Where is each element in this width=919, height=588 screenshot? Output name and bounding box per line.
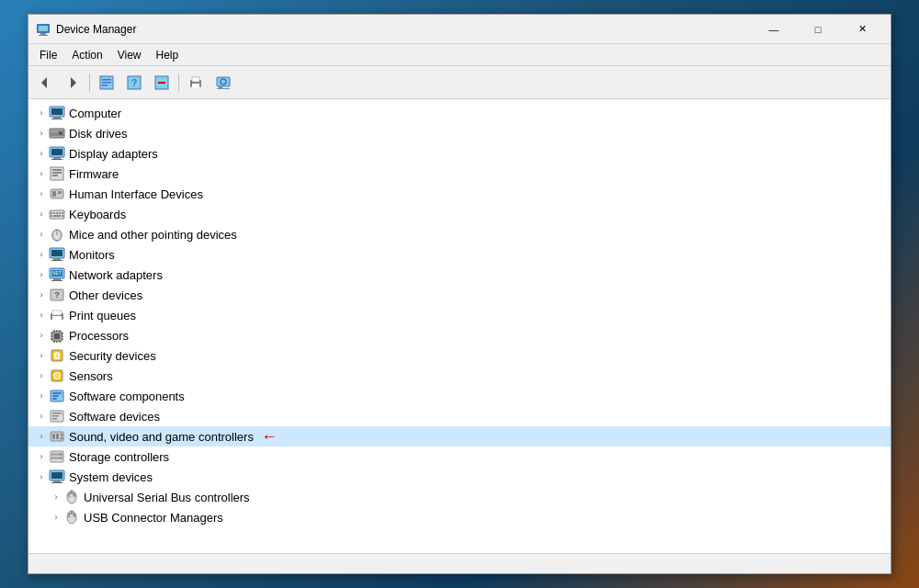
svg-rect-23 xyxy=(51,108,62,115)
list-item[interactable]: › Sound, video and game controllers ← xyxy=(28,426,891,447)
svg-marker-4 xyxy=(41,77,47,88)
list-item[interactable]: › Keyboards xyxy=(28,204,891,224)
list-item[interactable]: › Storage controllers xyxy=(28,447,891,467)
svg-point-28 xyxy=(59,131,62,135)
svg-rect-20 xyxy=(217,88,230,89)
expand-arrow[interactable]: › xyxy=(49,490,63,504)
scan-button[interactable] xyxy=(210,71,236,95)
expand-arrow[interactable]: › xyxy=(34,368,49,383)
svg-rect-8 xyxy=(102,82,111,84)
expand-arrow[interactable]: › xyxy=(34,267,49,282)
device-tree[interactable]: › Computer › xyxy=(28,99,891,553)
expand-arrow[interactable]: › xyxy=(34,429,49,444)
close-button[interactable]: ✕ xyxy=(841,16,883,43)
svg-rect-54 xyxy=(51,250,62,256)
expand-arrow[interactable]: › xyxy=(34,328,49,343)
uninstall-button[interactable] xyxy=(149,71,175,95)
list-item[interactable]: › Sensors xyxy=(28,366,891,386)
item-label: Storage controllers xyxy=(69,450,169,464)
maximize-button[interactable]: □ xyxy=(797,16,839,43)
svg-rect-108 xyxy=(53,481,61,482)
list-item[interactable]: › Human Interface Devices xyxy=(28,184,891,204)
properties-button[interactable] xyxy=(94,71,119,95)
menu-view[interactable]: View xyxy=(110,47,149,63)
svg-rect-1 xyxy=(39,26,48,31)
system-devices-icon xyxy=(49,469,65,485)
svg-rect-19 xyxy=(219,86,222,88)
expand-arrow[interactable]: › xyxy=(34,227,49,242)
item-label: Sensors xyxy=(69,369,113,383)
back-button[interactable] xyxy=(32,71,58,95)
svg-rect-2 xyxy=(40,33,46,35)
svg-rect-97 xyxy=(52,434,55,439)
svg-rect-44 xyxy=(56,212,58,214)
expand-arrow[interactable]: › xyxy=(34,126,49,141)
firmware-icon xyxy=(49,165,65,182)
svg-rect-36 xyxy=(52,172,62,174)
svg-rect-89 xyxy=(52,392,62,394)
list-item[interactable]: › xyxy=(28,325,891,345)
svg-rect-35 xyxy=(52,169,62,171)
expand-arrow[interactable]: › xyxy=(34,146,49,161)
item-label: USB Connector Managers xyxy=(84,511,223,525)
forward-button[interactable] xyxy=(60,71,85,95)
list-item[interactable]: › Monitors xyxy=(28,244,891,265)
disk-drives-icon xyxy=(49,125,65,141)
item-label: Processors xyxy=(69,329,129,343)
expand-arrow[interactable]: › xyxy=(34,166,49,181)
list-item[interactable]: › System devices xyxy=(28,467,891,487)
expand-arrow[interactable]: › xyxy=(34,288,49,302)
list-item[interactable]: › ? Other devices xyxy=(28,285,891,305)
expand-arrow[interactable]: › xyxy=(34,348,49,363)
expand-arrow[interactable]: › xyxy=(34,106,49,120)
item-label: Monitors xyxy=(69,248,115,262)
expand-arrow[interactable]: › xyxy=(34,469,49,484)
list-item[interactable]: › Universal Serial Bus controllers xyxy=(28,487,891,507)
svg-rect-15 xyxy=(192,77,199,82)
toolbar-sep-2 xyxy=(178,74,179,92)
menu-action[interactable]: Action xyxy=(64,47,109,63)
minimize-button[interactable]: — xyxy=(753,16,795,43)
expand-arrow[interactable]: › xyxy=(34,449,49,464)
svg-point-123 xyxy=(69,516,71,518)
list-item[interactable]: › Display adapters xyxy=(28,143,891,164)
svg-rect-93 xyxy=(52,413,62,414)
list-item[interactable]: › Disk drives xyxy=(28,123,891,143)
storage-controllers-icon xyxy=(49,448,65,465)
expand-arrow[interactable]: › xyxy=(34,187,49,201)
menu-help[interactable]: Help xyxy=(149,47,187,63)
list-item[interactable]: › Computer xyxy=(28,103,891,123)
window-controls: — □ ✕ xyxy=(753,16,883,43)
menu-file[interactable]: File xyxy=(32,47,64,63)
expand-arrow[interactable]: › xyxy=(34,389,49,403)
list-item[interactable]: › NET Network adapters xyxy=(28,265,891,285)
item-label: Disk drives xyxy=(69,127,128,141)
svg-rect-66 xyxy=(52,316,62,321)
expand-arrow[interactable]: › xyxy=(34,247,49,262)
svg-rect-69 xyxy=(54,334,60,339)
svg-rect-48 xyxy=(53,215,61,217)
menu-bar: File Action View Help xyxy=(28,44,891,66)
list-item[interactable]: › Software devices xyxy=(28,406,891,426)
list-item[interactable]: › Security devices xyxy=(28,345,891,366)
svg-rect-17 xyxy=(190,82,192,84)
list-item[interactable]: › Print queues xyxy=(28,305,891,325)
svg-rect-107 xyxy=(51,472,62,479)
toolbar: ? xyxy=(28,66,891,99)
item-label: Software devices xyxy=(69,410,160,424)
expand-arrow[interactable]: › xyxy=(34,207,49,221)
list-item[interactable]: › Software components xyxy=(28,386,891,406)
list-item[interactable]: › Mice and other pointing devices xyxy=(28,224,891,244)
expand-arrow[interactable]: › xyxy=(34,409,49,424)
expand-arrow[interactable]: › xyxy=(34,308,49,322)
list-item[interactable]: › USB Connector Managers xyxy=(28,507,891,527)
help-button[interactable]: ? xyxy=(121,71,147,95)
print-button[interactable] xyxy=(183,71,209,95)
display-adapters-icon xyxy=(49,145,65,162)
expand-arrow[interactable]: › xyxy=(49,510,63,525)
svg-point-84 xyxy=(56,356,58,357)
list-item[interactable]: › Firmware xyxy=(28,164,891,184)
svg-rect-13 xyxy=(158,82,165,84)
svg-rect-40 xyxy=(58,191,62,194)
svg-rect-41 xyxy=(50,210,64,219)
